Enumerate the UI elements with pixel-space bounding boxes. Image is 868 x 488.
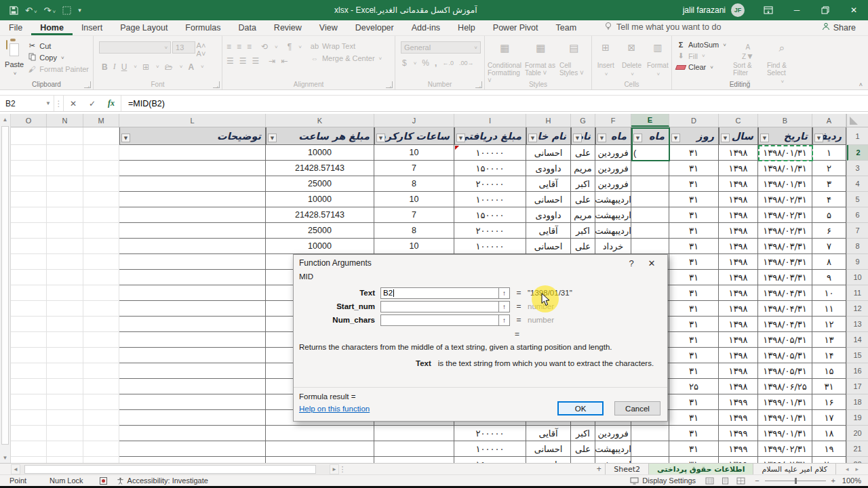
grid-cell-K3[interactable]: 21428.57143	[266, 161, 374, 176]
formula-input[interactable]: =MID(B2)	[121, 96, 868, 111]
font-size-box[interactable]: 13	[172, 41, 195, 54]
grid-cell-I21[interactable]: ۱۰۰۰۰۰	[454, 441, 526, 457]
grid-cell-M11[interactable]	[83, 285, 119, 301]
grid-cell-D14[interactable]: ۳۱	[669, 332, 719, 348]
ribbon-tab-add-ins[interactable]: Add-ins	[403, 21, 449, 35]
grid-cell-C12[interactable]: ۱۳۹۸	[719, 301, 758, 317]
tab-split-grip[interactable]: ⋮	[339, 465, 346, 474]
grid-cell-A22[interactable]: ۲۰	[812, 457, 846, 463]
grid-cell-H1[interactable]: نام خا▼	[526, 127, 571, 145]
grid-cell-D22[interactable]: ۳۱	[669, 457, 719, 463]
ribbon-tab-help[interactable]: Help	[449, 21, 484, 35]
grid-cell-O4[interactable]	[11, 176, 47, 192]
help-on-function-link[interactable]: Help on this function	[299, 405, 370, 413]
grid-cell-L7[interactable]	[119, 223, 266, 239]
grid-cell-K8[interactable]: 10000	[266, 239, 374, 254]
page-layout-view-icon[interactable]	[721, 477, 730, 485]
grid-cell-D11[interactable]: ۳۱	[669, 285, 719, 301]
grid-cell-H8[interactable]: احسانی	[526, 239, 571, 254]
copy-button[interactable]: Copy˅	[27, 53, 89, 62]
horizontal-scrollbar-thumb[interactable]	[24, 465, 316, 474]
grid-cell-E8[interactable]	[631, 239, 669, 254]
grid-cell-B3[interactable]: ۱۳۹۸/۰۱/۳۱	[758, 161, 812, 176]
grid-cell-L21[interactable]	[119, 441, 266, 457]
grid-cell-D5[interactable]: ۳۱	[669, 192, 719, 207]
column-header-H[interactable]: H	[526, 114, 571, 127]
grid-cell-C15[interactable]: ۱۳۹۸	[719, 348, 758, 363]
row-header-5[interactable]: 5	[847, 192, 868, 207]
filter-dropdown-icon[interactable]: ▼	[573, 134, 582, 142]
row-header-13[interactable]: 13	[847, 317, 868, 332]
clipboard-dialog-launcher[interactable]	[84, 81, 91, 88]
grid-cell-C17[interactable]: ۱۳۹۸	[719, 379, 758, 394]
font-dialog-launcher[interactable]	[213, 81, 220, 88]
collapse-dialog-icon[interactable]: ↑	[499, 301, 510, 312]
row-header-14[interactable]: 14	[847, 332, 868, 348]
grid-cell-A2[interactable]: ۱	[812, 145, 846, 161]
collapse-dialog-icon[interactable]: ↑	[499, 314, 510, 326]
column-header-J[interactable]: J	[374, 114, 454, 127]
grid-cell-B13[interactable]: ۱۳۹۸/۰۴/۳۱	[758, 317, 812, 332]
column-header-G[interactable]: G	[571, 114, 595, 127]
grid-cell-A4[interactable]: ۳	[812, 176, 846, 192]
grid-cell-D16[interactable]: ۳۱	[669, 363, 719, 379]
display-settings-button[interactable]: Display Settings	[630, 476, 696, 485]
ribbon-tab-power-pivot[interactable]: Power Pivot	[484, 21, 547, 35]
grid-cell-L9[interactable]	[119, 254, 266, 270]
grid-cell-K1[interactable]: مبلغ هر ساعت▼	[266, 127, 374, 145]
grid-cell-N21[interactable]	[47, 441, 83, 457]
grid-cell-F20[interactable]: فروردین	[595, 426, 631, 441]
grid-cell-B6[interactable]: ۱۳۹۸/۰۲/۳۱	[758, 207, 812, 223]
grid-cell-B16[interactable]: ۱۳۹۸/۰۵/۳۱	[758, 363, 812, 379]
grid-cell-M8[interactable]	[83, 239, 119, 254]
grid-cell-H6[interactable]: داوودی	[526, 207, 571, 223]
vertical-scrollbar[interactable]: ▲ ▼	[0, 114, 11, 463]
grid-cell-E2[interactable]: (	[631, 145, 669, 161]
grid-cell-J4[interactable]: 8	[374, 176, 454, 192]
grid-cell-D17[interactable]: ۲۵	[669, 379, 719, 394]
grid-cell-A16[interactable]: ۱۵	[812, 363, 846, 379]
grid-cell-M21[interactable]	[83, 441, 119, 457]
grid-cell-G6[interactable]: مریم	[571, 207, 595, 223]
undo-icon[interactable]: ↶˅	[25, 6, 37, 15]
grid-cell-C20[interactable]: ۱۳۹۹	[719, 426, 758, 441]
grid-cell-M1[interactable]	[83, 127, 119, 145]
vertical-scrollbar-thumb[interactable]	[1, 126, 9, 445]
grid-cell-M15[interactable]	[83, 348, 119, 363]
number-dialog-launcher[interactable]	[475, 81, 482, 88]
grid-cell-H4[interactable]: آقایی	[526, 176, 571, 192]
grid-cell-F6[interactable]: اردیبهشت	[595, 207, 631, 223]
row-header-20[interactable]: 20	[847, 426, 868, 441]
fill-button[interactable]: ⬇Fill˅	[676, 52, 726, 60]
grid-cell-D15[interactable]: ۳۱	[669, 348, 719, 363]
grid-cell-D6[interactable]: ۳۱	[669, 207, 719, 223]
ribbon-tab-file[interactable]: File	[0, 21, 31, 35]
zoom-slider[interactable]: − +	[755, 476, 835, 485]
grid-cell-E21[interactable]	[631, 441, 669, 457]
grid-cell-J3[interactable]: 7	[374, 161, 454, 176]
grid-cell-K6[interactable]: 21428.57143	[266, 207, 374, 223]
grid-cell-B10[interactable]: ۱۳۹۸/۰۳/۳۱	[758, 270, 812, 285]
grid-cell-D10[interactable]: ۳۱	[669, 270, 719, 285]
font-color-icon[interactable]: A	[188, 62, 194, 72]
column-header-K[interactable]: K	[266, 114, 374, 127]
grid-cell-O7[interactable]	[11, 223, 47, 239]
grid-cell-N2[interactable]	[47, 145, 83, 161]
grid-cell-O16[interactable]	[11, 363, 47, 379]
grid-cell-M3[interactable]	[83, 161, 119, 176]
grid-cell-D21[interactable]: ۳۱	[669, 441, 719, 457]
save-icon[interactable]	[9, 6, 18, 15]
grid-cell-B8[interactable]: ۱۳۹۸/۰۳/۳۱	[758, 239, 812, 254]
grid-cell-L8[interactable]	[119, 239, 266, 254]
ribbon-tab-view[interactable]: View	[311, 21, 347, 35]
grid-cell-O22[interactable]	[11, 457, 47, 463]
grid-cell-B21[interactable]: ۱۳۹۹/۰۲/۳۱	[758, 441, 812, 457]
grid-cell-L18[interactable]	[119, 394, 266, 410]
grid-cell-H21[interactable]: احسانی	[526, 441, 571, 457]
grid-cell-N9[interactable]	[47, 254, 83, 270]
grid-cell-B19[interactable]: ۱۳۹۹/۰۱/۳۱	[758, 410, 812, 426]
grid-cell-N6[interactable]	[47, 207, 83, 223]
grid-cell-C16[interactable]: ۱۳۹۸	[719, 363, 758, 379]
column-header-B[interactable]: B	[758, 114, 812, 127]
grid-cell-L4[interactable]	[119, 176, 266, 192]
